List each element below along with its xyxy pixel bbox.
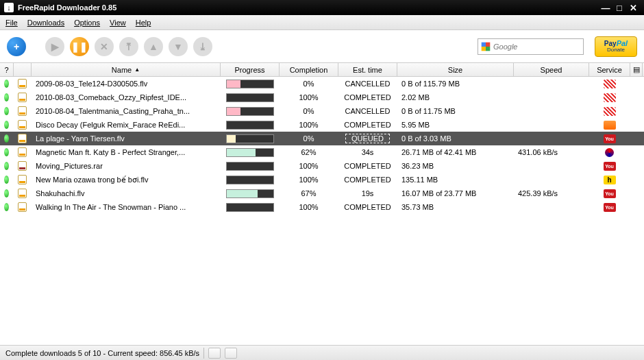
connection-icon[interactable] (225, 348, 237, 359)
cell-completion: 100% (280, 93, 338, 101)
progress-bar (226, 176, 274, 184)
cell-size: 135.11 MB (397, 176, 514, 184)
column-service[interactable]: Service (589, 63, 630, 76)
cell-size: 16.07 MB of 23.77 MB (397, 189, 514, 197)
cell-service (589, 121, 630, 130)
cell-size: 26.71 MB of 42.41 MB (397, 148, 514, 156)
table-row[interactable]: Disco Decay (Felguk Remix_Farace ReEdi..… (0, 118, 644, 132)
cell-est-time: COMPLETED (338, 93, 397, 101)
status-active-icon (4, 93, 9, 101)
file-type-icon (18, 120, 27, 130)
progress-bar (226, 121, 274, 130)
menu-options[interactable]: Options (74, 19, 100, 27)
column-speed[interactable]: Speed (514, 63, 589, 76)
service-youtube-icon: You (604, 189, 616, 198)
table-row[interactable]: Shakuhachi.flv67%19s16.07 MB of 23.77 MB… (0, 187, 644, 200)
progress-bar (226, 203, 274, 212)
service-hotfile-icon: h (604, 176, 616, 184)
file-type-icon (18, 161, 27, 171)
pause-button[interactable]: ❚❚ (70, 37, 89, 56)
status-active-icon (4, 148, 9, 156)
paypal-donate-button[interactable]: PayPal Donate (595, 36, 637, 57)
table-row[interactable]: 2009-08-03_Tele124-D300505.flv0%CANCELLE… (0, 77, 644, 91)
column-name[interactable]: Name▲ (32, 63, 221, 76)
column-progress[interactable]: Progress (221, 63, 280, 76)
statusbar: Complete downloads 5 of 10 - Current spe… (0, 345, 644, 360)
svg-rect-1 (486, 42, 490, 46)
progress-bar (226, 189, 274, 198)
status-active-icon (4, 80, 9, 88)
table-row[interactable]: Magnetic Man ft. Katy B - Perfect Strang… (0, 145, 644, 159)
status-active-icon (4, 189, 9, 197)
menu-downloads[interactable]: Downloads (27, 19, 64, 27)
cell-completion: 62% (280, 148, 338, 156)
cell-est-time: QUEUED (338, 134, 397, 143)
cell-service (589, 93, 630, 102)
cell-est-time: 34s (338, 148, 397, 156)
cell-est-time: COMPLETED (338, 162, 397, 170)
add-button[interactable]: + (7, 37, 26, 56)
progress-bar (226, 93, 274, 102)
app-icon: ↓ (4, 3, 14, 12)
cell-completion: 0% (280, 107, 338, 115)
cell-completion: 0% (280, 134, 338, 143)
move-top-button: ⤒ (119, 37, 138, 56)
table-row[interactable]: New Maria ozawa trong bể bơi.flv100%COMP… (0, 173, 644, 187)
menu-help[interactable]: Help (136, 19, 151, 27)
column-est-time[interactable]: Est. time (338, 63, 397, 76)
cell-service (589, 148, 630, 157)
column-config-icon[interactable]: ▤ (630, 63, 643, 76)
service-blocked-icon (604, 93, 616, 102)
table-row[interactable]: Walking In The Air - The Snowman - Piano… (0, 200, 644, 214)
progress-bar (226, 134, 274, 143)
table-row[interactable]: 2010-08-03_Comeback_Ozzy_Ripfest_IDE...1… (0, 91, 644, 104)
cell-name: Magnetic Man ft. Katy B - Perfect Strang… (32, 148, 221, 156)
cell-est-time: COMPLETED (338, 203, 397, 211)
cell-size: 0 B of 3.03 MB (397, 134, 514, 143)
column-icon[interactable] (14, 63, 32, 76)
service-soundcloud-icon (604, 121, 616, 130)
table-row[interactable]: Moving_Pictures.rar100%COMPLETED36.23 MB… (0, 159, 644, 173)
google-icon (481, 42, 491, 51)
cell-service (589, 80, 630, 88)
table-row[interactable]: 2010-08-04_Talentmania_Casting_Praha_tn.… (0, 104, 644, 118)
cell-est-time: COMPLETED (338, 176, 397, 184)
clipboard-monitor-icon[interactable] (208, 348, 221, 359)
move-bottom-button: ⤓ (193, 37, 212, 56)
search-input[interactable] (493, 43, 575, 51)
table-row[interactable]: La plage - Yann Tiersen.flv0%QUEUED0 B o… (0, 132, 644, 145)
cell-size: 0 B of 11.75 MB (397, 107, 514, 115)
close-button[interactable]: ✕ (626, 3, 640, 13)
minimize-button[interactable]: — (599, 3, 612, 13)
svg-rect-2 (482, 47, 486, 51)
paypal-sub: Donate (607, 47, 625, 53)
column-status[interactable]: ? (0, 63, 14, 76)
sort-asc-icon: ▲ (134, 67, 140, 73)
menu-file[interactable]: File (5, 19, 18, 27)
maximize-button[interactable]: □ (612, 3, 626, 13)
cell-service: You (589, 203, 630, 212)
progress-bar (226, 162, 274, 171)
status-active-icon (4, 134, 9, 143)
cell-size: 2.02 MB (397, 93, 514, 101)
column-size[interactable]: Size (397, 63, 514, 76)
search-box[interactable] (478, 38, 584, 55)
file-type-icon (18, 79, 27, 88)
cell-speed: 431.06 kB/s (514, 148, 589, 156)
cell-service (589, 107, 630, 116)
file-type-icon (18, 134, 27, 143)
toolbar: + ▶ ❚❚ ✕ ⤒ ▲ ▼ ⤓ PayPal Donate (0, 30, 644, 63)
file-type-icon (18, 202, 27, 212)
menu-view[interactable]: View (110, 19, 126, 27)
column-completion[interactable]: Completion (280, 63, 338, 76)
progress-bar (226, 80, 274, 88)
file-type-icon (18, 175, 27, 184)
cell-name: Walking In The Air - The Snowman - Piano… (32, 203, 221, 211)
cell-completion: 100% (280, 162, 338, 170)
cell-name: Shakuhachi.flv (32, 189, 221, 197)
cell-completion: 67% (280, 189, 338, 197)
table-header: ? Name▲ Progress Completion Est. time Si… (0, 63, 644, 77)
cell-service: You (589, 162, 630, 171)
status-active-icon (4, 107, 9, 115)
progress-bar (226, 148, 274, 157)
